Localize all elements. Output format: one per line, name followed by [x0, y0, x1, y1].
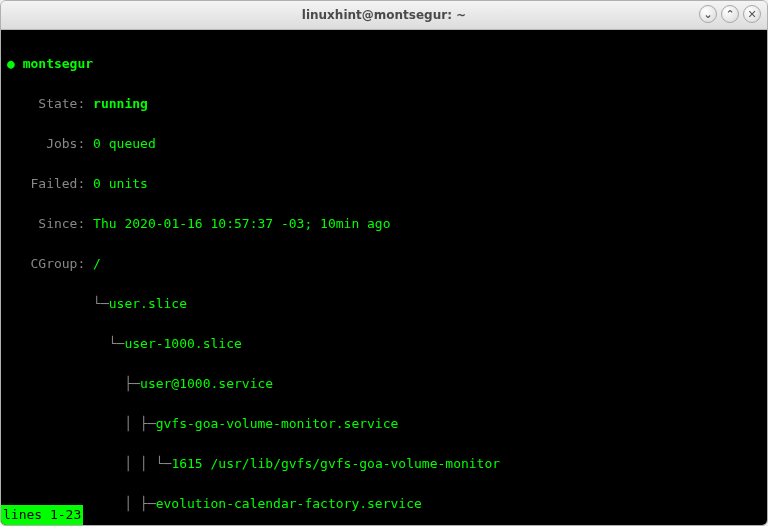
user-1000-service: user@1000.service — [140, 376, 273, 391]
tree-gvfs-goa-proc: │ │ └─1615 /usr/lib/gvfs/gvfs-goa-volume… — [7, 454, 761, 474]
tree-gvfs-goa-svc: │ ├─gvfs-goa-volume-monitor.service — [7, 414, 761, 434]
minimize-icon: ⌄ — [703, 9, 712, 20]
cgroup-label: CGroup: — [30, 256, 85, 271]
jobs-value: 0 queued — [93, 136, 156, 151]
user-slice: user.slice — [109, 296, 187, 311]
terminal-viewport[interactable]: ● montsegur State: running Jobs: 0 queue… — [1, 30, 767, 525]
terminal-window: linuxhint@montsegur: ~ ⌄ ⌃ ✕ ● montsegur… — [0, 0, 768, 526]
pager-status: lines 1-23 — [1, 505, 83, 525]
cgroup-value: / — [93, 256, 101, 271]
maximize-button[interactable]: ⌃ — [721, 5, 739, 23]
tree-user-1000-service: ├─user@1000.service — [7, 374, 761, 394]
since-value: Thu 2020-01-16 10:57:37 -03; 10min ago — [93, 216, 390, 231]
state-line: State: running — [7, 94, 761, 114]
window-title: linuxhint@montsegur: ~ — [302, 8, 466, 22]
close-icon: ✕ — [747, 9, 756, 20]
state-label: State: — [38, 96, 85, 111]
state-value: running — [93, 96, 148, 111]
status-bullet-icon: ● — [7, 56, 15, 71]
jobs-line: Jobs: 0 queued — [7, 134, 761, 154]
window-controls: ⌄ ⌃ ✕ — [699, 5, 761, 23]
failed-line: Failed: 0 units — [7, 174, 761, 194]
user-1000-slice: user-1000.slice — [124, 336, 241, 351]
gvfs-goa-pid: 1615 — [171, 456, 202, 471]
tree-user-slice: └─user.slice — [7, 294, 761, 314]
maximize-icon: ⌃ — [725, 9, 734, 20]
gvfs-goa-service: gvfs-goa-volume-monitor.service — [156, 416, 399, 431]
tree-evo-cal-svc: │ ├─evolution-calendar-factory.service — [7, 494, 761, 514]
titlebar: linuxhint@montsegur: ~ ⌄ ⌃ ✕ — [1, 1, 767, 30]
close-button[interactable]: ✕ — [743, 5, 761, 23]
gvfs-goa-cmd: /usr/lib/gvfs/gvfs-goa-volume-monitor — [211, 456, 501, 471]
since-label: Since: — [38, 216, 85, 231]
failed-label: Failed: — [30, 176, 85, 191]
tree-user-1000-slice: └─user-1000.slice — [7, 334, 761, 354]
failed-value: 0 units — [93, 176, 148, 191]
jobs-label: Jobs: — [46, 136, 85, 151]
evo-cal-service: evolution-calendar-factory.service — [156, 496, 422, 511]
hostname: montsegur — [23, 56, 93, 71]
since-line: Since: Thu 2020-01-16 10:57:37 -03; 10mi… — [7, 214, 761, 234]
minimize-button[interactable]: ⌄ — [699, 5, 717, 23]
cgroup-line: CGroup: / — [7, 254, 761, 274]
host-line: ● montsegur — [7, 54, 761, 74]
